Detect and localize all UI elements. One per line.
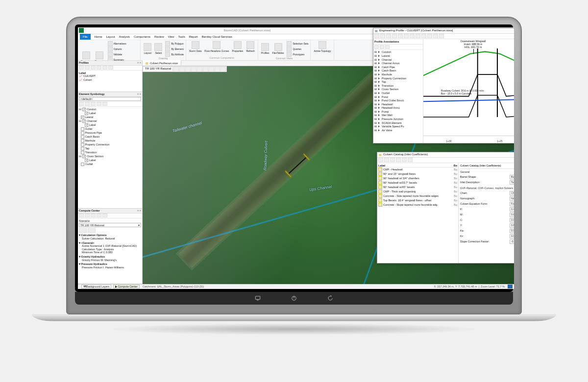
- profile-plot[interactable]: Downstream Wingwall Invert: 688.56 m HGL…: [423, 39, 514, 143]
- ribbon-button[interactable]: Active Topology: [313, 41, 332, 52]
- tree-item[interactable]: ⊞ 🞂 Air Valve: [374, 129, 422, 133]
- list-item[interactable]: Concrete - Side tapered more favorable e…: [378, 194, 457, 198]
- tree-item[interactable]: · Transition: [79, 151, 141, 155]
- form-field[interactable]: 0.8870: [510, 223, 514, 228]
- toolbar-button[interactable]: [374, 34, 379, 38]
- toolbar-button[interactable]: [79, 66, 84, 70]
- toolbar-button[interactable]: [380, 34, 385, 38]
- menu-analysis[interactable]: Analysis: [119, 35, 130, 39]
- engineering-profile-window[interactable]: ▤ Engineering Profile - CULVERT [Culvert…: [373, 28, 514, 143]
- toolbar-button[interactable]: [385, 45, 390, 49]
- menu-layout[interactable]: Layout: [106, 35, 115, 39]
- tree-item[interactable]: · Pressure Pipe: [79, 131, 141, 135]
- toolbar-button[interactable]: [209, 67, 214, 72]
- toolbar-button[interactable]: [421, 34, 426, 38]
- tree-item[interactable]: ⊟✓ Channel: [79, 119, 141, 123]
- ribbon-button[interactable]: Validate: [108, 52, 139, 57]
- toolbar-button[interactable]: [203, 67, 208, 72]
- toolbar-button[interactable]: [102, 102, 107, 106]
- list-item[interactable]: Concrete - Slope tapered more favorable …: [378, 203, 457, 207]
- ribbon-button[interactable]: Profiles: [260, 43, 270, 54]
- culvert-catalog-window[interactable]: ▤ Culvert Catalog (Inlet Coefficients) ✕: [377, 152, 514, 263]
- form-field[interactable]: 0.0227: [510, 218, 514, 222]
- tree-item[interactable]: · Gutter: [79, 127, 141, 131]
- tree-item[interactable]: ⊟✓ Cross Section: [79, 155, 141, 159]
- panel-close-icon[interactable]: × ×: [137, 61, 141, 65]
- form-field[interactable]: Top Bevels: 18.4° wingwall flares - off▾: [510, 180, 514, 185]
- form-field[interactable]: 0.000: [510, 234, 514, 239]
- tree-item[interactable]: ⊞ 🞂 Variable Speed Pu: [374, 125, 422, 129]
- toolbar-button[interactable]: [97, 102, 101, 106]
- list-item[interactable]: 90° headwall w/45° bevelsBo: [378, 185, 457, 190]
- toolbar-button[interactable]: [416, 34, 420, 38]
- menu-components[interactable]: Components: [134, 35, 150, 39]
- toolbar-button[interactable]: [390, 158, 395, 162]
- toolbar-button[interactable]: [402, 158, 407, 162]
- tree-item[interactable]: ⊞ 🞂 Conduit: [374, 50, 422, 54]
- symbology-dropdown[interactable]: <default>: [79, 97, 141, 101]
- ribbon-button[interactable]: Properties: [231, 41, 245, 52]
- toolbar-button[interactable]: [91, 214, 96, 217]
- toolbar-button[interactable]: [404, 34, 409, 38]
- toolbar-button[interactable]: [97, 214, 101, 217]
- profile-item[interactable]: 📈 CULVERT: [79, 74, 141, 78]
- list-item[interactable]: 90° headwall w/33.7° bevelsBo: [378, 181, 457, 185]
- toolbar-button[interactable]: [380, 45, 384, 49]
- form-field[interactable]: 0.4930: [510, 207, 514, 212]
- main-viewport[interactable]: ▧Culvert Parthenon.stsw TR 100 YR Ration…: [143, 61, 514, 284]
- tree-item[interactable]: ⊞ 🞂 Manhole: [374, 73, 422, 77]
- ribbon-button[interactable]: Options: [108, 47, 139, 51]
- document-tab[interactable]: ▧Culvert Parthenon.stsw: [143, 60, 181, 66]
- toolbar-button[interactable]: [191, 67, 196, 72]
- list-item[interactable]: CMP - Thick wall projectingBo: [378, 190, 457, 194]
- toolbar-button[interactable]: [408, 158, 413, 162]
- tree-item[interactable]: ⊞ 🞂 Tap: [374, 80, 422, 84]
- toolbar-button[interactable]: [392, 34, 397, 38]
- ribbon-button[interactable]: Selection Sets: [287, 41, 308, 46]
- toolbar-button[interactable]: [102, 66, 107, 70]
- user-icon[interactable]: [508, 285, 513, 288]
- ribbon-button[interactable]: Alternatives: [108, 41, 139, 46]
- toolbar-button[interactable]: [433, 34, 438, 38]
- form-field[interactable]: 0.500: [510, 229, 514, 233]
- menu-file[interactable]: File: [80, 34, 91, 40]
- tree-item[interactable]: ⊞ 🞂 Wet Well: [374, 114, 422, 118]
- tree-item[interactable]: ⊞ 🞂 Headwall: [374, 103, 422, 107]
- toolbar-button[interactable]: [384, 158, 389, 162]
- tree-item[interactable]: ⊞ 🞂 Channel: [374, 58, 422, 62]
- ribbon-button[interactable]: Flow-Headloss Curves: [203, 41, 230, 52]
- tree-item[interactable]: · Catch Basin: [79, 135, 141, 139]
- compute-center-button[interactable]: ▶ Compute Center: [113, 285, 139, 288]
- tree-item[interactable]: ⊟✓ Conduit: [79, 108, 141, 112]
- list-item[interactable]: Top Bevels: 18.4° wingwall flares - offs…: [378, 198, 457, 203]
- ribbon-button[interactable]: By Element: [165, 47, 184, 51]
- tree-item[interactable]: ✓ Label: [79, 123, 141, 127]
- profile-item[interactable]: 📈 Culvert: [79, 78, 141, 82]
- form-field[interactable]: 0.6670: [510, 213, 514, 217]
- menu-home[interactable]: Home: [95, 35, 102, 39]
- form-field[interactable]: -0.500: [510, 239, 514, 244]
- toolbar-button[interactable]: [378, 158, 383, 162]
- symbology-tree[interactable]: ⊟✓ Conduit✓ Label·✓ Lateral⊟✓ Channel✓ L…: [78, 107, 142, 167]
- menu-view[interactable]: View: [168, 35, 174, 39]
- toolbar-button[interactable]: [396, 158, 401, 162]
- toolbar-button[interactable]: [398, 34, 403, 38]
- tree-item[interactable]: ⊞ 🞂 Pressure Junction: [374, 118, 422, 121]
- tree-item[interactable]: ✓ Label: [79, 159, 141, 163]
- tree-item[interactable]: · Manhole: [79, 139, 141, 143]
- toolbar-button[interactable]: [410, 34, 415, 38]
- panel-close-icon[interactable]: × ×: [137, 209, 141, 213]
- ribbon-button[interactable]: Prototypes: [287, 52, 308, 57]
- list-item[interactable]: 90° headwall w/ 3/4" chamfersBo: [378, 176, 457, 181]
- menu-cloud-services[interactable]: Bentley Cloud Services: [202, 35, 232, 39]
- toolbar-button[interactable]: [185, 67, 191, 72]
- form-field[interactable]: Form 2▾: [510, 202, 514, 206]
- scenario-dropdown[interactable]: TR 100 YR Rational▾: [79, 223, 141, 227]
- toolbar-button[interactable]: [197, 67, 202, 72]
- panel-close-icon[interactable]: × ×: [137, 93, 141, 96]
- tree-item[interactable]: ⊞ 🞂 Channel Annot.: [374, 62, 422, 66]
- toolbar-button[interactable]: [439, 34, 444, 38]
- profile-annotations-tree[interactable]: Profile Annotations ⊞ 🞂 Conduit⊞ 🞂 Later…: [373, 39, 423, 143]
- toolbar-button[interactable]: [173, 67, 179, 72]
- toolbar-button[interactable]: [91, 102, 96, 106]
